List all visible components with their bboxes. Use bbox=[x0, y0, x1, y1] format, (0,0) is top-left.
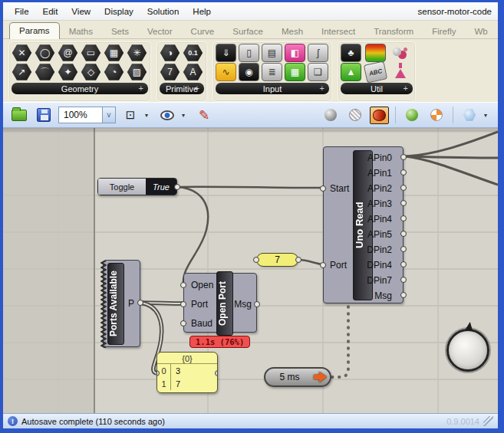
uno-output-apin1[interactable] bbox=[400, 169, 407, 175]
tab-firefly[interactable]: Firefly bbox=[423, 24, 465, 38]
flask-icon[interactable] bbox=[390, 63, 410, 81]
open-port-title[interactable]: Open Port bbox=[216, 271, 233, 336]
open-port-output-msg[interactable] bbox=[254, 301, 260, 307]
point-cloud-param-icon[interactable]: ✳ bbox=[127, 44, 147, 62]
group-expand-icon[interactable]: + bbox=[139, 84, 143, 93]
open-file-button[interactable] bbox=[9, 105, 29, 125]
curve-param-icon[interactable]: ⌒ bbox=[35, 63, 55, 81]
mesh-param-icon[interactable]: ▨ bbox=[127, 63, 147, 81]
tab-sets[interactable]: Sets bbox=[102, 24, 138, 38]
menu-solution[interactable]: Solution bbox=[140, 5, 186, 18]
gradient-icon[interactable] bbox=[365, 44, 386, 62]
zoom-extents-caret-icon[interactable]: ▾ bbox=[145, 112, 153, 119]
tab-diva[interactable]: DIVA bbox=[497, 24, 504, 38]
spiral-param-icon[interactable]: @ bbox=[58, 44, 78, 62]
value-list-icon[interactable]: ≣ bbox=[262, 63, 282, 81]
concatenate-icon[interactable]: ABC bbox=[364, 61, 387, 83]
menu-display[interactable]: Display bbox=[97, 5, 140, 18]
menu-file[interactable]: File bbox=[8, 5, 36, 18]
tab-curve[interactable]: Curve bbox=[182, 24, 224, 38]
preview-shaded-button-selected[interactable] bbox=[370, 107, 389, 124]
md-slider-icon[interactable]: ◧ bbox=[285, 44, 305, 62]
view-settings-button[interactable] bbox=[157, 105, 177, 125]
brep-param-icon[interactable]: ◔ bbox=[104, 63, 124, 81]
definition-canvas[interactable]: Toggle True Ports Available P Open Port … bbox=[3, 128, 498, 413]
sketch-tool-button[interactable]: ✎ bbox=[194, 105, 214, 125]
path-mapper-icon[interactable]: ▲ bbox=[341, 63, 361, 81]
preview-off-button[interactable] bbox=[321, 105, 341, 125]
tab-maths[interactable]: Maths bbox=[60, 24, 102, 38]
view-settings-caret-icon[interactable]: ▾ bbox=[182, 112, 189, 119]
tab-params[interactable]: Params bbox=[9, 22, 60, 39]
surface-param-icon[interactable]: ◇ bbox=[81, 63, 101, 81]
ports-available-output-port[interactable] bbox=[137, 300, 143, 306]
panel-icon[interactable]: ∿ bbox=[216, 63, 236, 81]
null-param-icon[interactable]: ✕ bbox=[12, 44, 32, 62]
node-number-slider[interactable]: 7 bbox=[256, 253, 298, 267]
uno-output-apin4[interactable] bbox=[400, 215, 407, 221]
group-label-input[interactable]: Input + bbox=[216, 83, 329, 94]
uno-output-apin3[interactable] bbox=[400, 200, 407, 206]
open-port-input-port[interactable] bbox=[180, 301, 186, 307]
menu-view[interactable]: View bbox=[64, 5, 97, 18]
panel-output-port[interactable] bbox=[215, 370, 218, 376]
slider-input-port[interactable] bbox=[253, 257, 259, 263]
group-expand-icon[interactable]: + bbox=[320, 84, 324, 93]
tab-vector[interactable]: Vector bbox=[138, 24, 182, 38]
calendar-icon[interactable]: ▤ bbox=[262, 44, 282, 62]
group-label-util[interactable]: Util + bbox=[341, 83, 413, 94]
import-icon[interactable]: ❏ bbox=[308, 63, 328, 81]
canvas-compass[interactable] bbox=[446, 329, 489, 372]
node-ports-available[interactable]: Ports Available P bbox=[103, 260, 140, 347]
menu-help[interactable]: Help bbox=[186, 5, 218, 18]
plane-param-icon[interactable]: ▭ bbox=[81, 44, 101, 62]
tab-transform[interactable]: Transform bbox=[364, 24, 423, 38]
node-open-port[interactable]: Open Port Baud Open Port Msg bbox=[183, 273, 257, 333]
node-uno-read[interactable]: Start Port Uno Read APin0 APin1 APin2 AP… bbox=[323, 146, 404, 303]
ports-available-title[interactable]: Ports Available bbox=[107, 263, 124, 345]
menu-edit[interactable]: Edit bbox=[36, 5, 65, 18]
graph-mapper-icon[interactable]: ʃ bbox=[308, 44, 328, 62]
toggle-value[interactable]: True bbox=[146, 179, 176, 195]
integer-param-icon[interactable]: 7 bbox=[160, 63, 180, 81]
uno-output-dpin4[interactable] bbox=[400, 261, 407, 267]
node-timer[interactable]: 5 ms bbox=[264, 367, 331, 387]
toggle-output-port[interactable] bbox=[174, 184, 180, 190]
text-param-icon[interactable]: A bbox=[183, 63, 203, 81]
uno-output-msg[interactable] bbox=[400, 292, 407, 298]
open-port-input-open[interactable] bbox=[180, 282, 186, 288]
open-port-input-baud[interactable] bbox=[180, 320, 186, 326]
save-file-button[interactable] bbox=[34, 105, 54, 125]
zoom-extents-button[interactable]: ⊡ bbox=[120, 105, 140, 125]
cluster-icon[interactable] bbox=[390, 44, 410, 62]
circle-param-icon[interactable]: ◯ bbox=[35, 44, 55, 62]
uno-output-apin2[interactable] bbox=[400, 185, 407, 191]
digit-scroller-icon[interactable]: ▯ bbox=[239, 44, 259, 62]
zoom-dropdown-button[interactable]: ˅ bbox=[103, 107, 116, 123]
preview-wireframe-button[interactable] bbox=[345, 105, 365, 125]
group-expand-icon[interactable]: + bbox=[404, 84, 408, 93]
uno-output-dpin7[interactable] bbox=[400, 277, 407, 283]
zoom-level-field[interactable]: 100% bbox=[58, 107, 103, 123]
group-expand-icon[interactable]: + bbox=[195, 84, 199, 93]
uno-output-apin0[interactable] bbox=[400, 154, 407, 160]
vector-param-icon[interactable]: ↗ bbox=[12, 63, 32, 81]
document-preview-settings-button[interactable] bbox=[427, 105, 446, 125]
box-param-icon[interactable]: ▦ bbox=[104, 44, 124, 62]
uno-output-dpin2[interactable] bbox=[400, 246, 407, 252]
boolean-param-icon[interactable]: ◑ bbox=[160, 44, 180, 62]
uno-input-port[interactable] bbox=[320, 262, 326, 268]
line-param-icon[interactable]: ✦ bbox=[58, 63, 78, 81]
tab-surface[interactable]: Surface bbox=[223, 24, 272, 38]
group-label-primitive[interactable]: Primitive + bbox=[160, 83, 204, 94]
knob-icon[interactable]: ◉ bbox=[239, 63, 259, 81]
group-label-geometry[interactable]: Geometry + bbox=[12, 83, 148, 94]
preview-selected-only-button[interactable] bbox=[402, 105, 422, 125]
node-boolean-toggle[interactable]: Toggle True bbox=[97, 178, 177, 195]
node-panel[interactable]: {0} 0 3 1 7 bbox=[156, 352, 218, 393]
tree-icon[interactable]: ♣ bbox=[341, 44, 361, 62]
preview-mesh-quality-button[interactable] bbox=[460, 105, 479, 125]
slider-output-port[interactable] bbox=[295, 257, 301, 263]
tab-mesh[interactable]: Mesh bbox=[272, 24, 312, 38]
timer-play-icon[interactable] bbox=[314, 372, 327, 382]
